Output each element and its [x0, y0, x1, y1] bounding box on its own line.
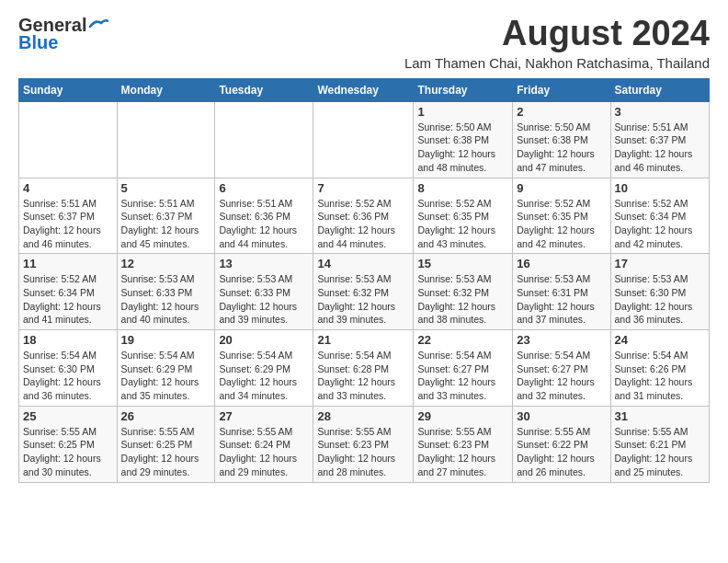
- calendar-week-5: 25Sunrise: 5:55 AM Sunset: 6:25 PM Dayli…: [19, 406, 710, 482]
- calendar-cell: 25Sunrise: 5:55 AM Sunset: 6:25 PM Dayli…: [19, 406, 118, 482]
- calendar-cell: 15Sunrise: 5:53 AM Sunset: 6:32 PM Dayli…: [414, 254, 513, 330]
- day-number: 31: [615, 409, 705, 423]
- day-info: Sunrise: 5:55 AM Sunset: 6:25 PM Dayligh…: [23, 425, 113, 479]
- day-info: Sunrise: 5:51 AM Sunset: 6:37 PM Dayligh…: [615, 121, 705, 175]
- day-info: Sunrise: 5:52 AM Sunset: 6:34 PM Dayligh…: [23, 272, 113, 327]
- day-info: Sunrise: 5:53 AM Sunset: 6:31 PM Dayligh…: [517, 272, 606, 327]
- calendar-cell: 27Sunrise: 5:55 AM Sunset: 6:24 PM Dayli…: [215, 406, 313, 482]
- day-info: Sunrise: 5:53 AM Sunset: 6:32 PM Dayligh…: [317, 272, 409, 327]
- weekday-header-friday: Friday: [513, 78, 610, 101]
- weekday-header-tuesday: Tuesday: [215, 78, 313, 101]
- day-info: Sunrise: 5:52 AM Sunset: 6:35 PM Dayligh…: [417, 197, 508, 251]
- calendar-week-2: 4Sunrise: 5:51 AM Sunset: 6:37 PM Daylig…: [19, 178, 710, 254]
- calendar-cell: 7Sunrise: 5:52 AM Sunset: 6:36 PM Daylig…: [313, 178, 414, 254]
- day-info: Sunrise: 5:51 AM Sunset: 6:37 PM Dayligh…: [23, 197, 113, 251]
- day-info: Sunrise: 5:55 AM Sunset: 6:21 PM Dayligh…: [615, 425, 705, 479]
- day-number: 10: [615, 181, 705, 195]
- calendar-cell: 16Sunrise: 5:53 AM Sunset: 6:31 PM Dayli…: [513, 254, 610, 330]
- day-info: Sunrise: 5:54 AM Sunset: 6:26 PM Dayligh…: [615, 349, 705, 403]
- calendar-body: 1Sunrise: 5:50 AM Sunset: 6:38 PM Daylig…: [19, 101, 710, 482]
- calendar-cell: 1Sunrise: 5:50 AM Sunset: 6:38 PM Daylig…: [414, 101, 513, 178]
- sub-title: Lam Thamen Chai, Nakhon Ratchasima, Thai…: [404, 55, 710, 71]
- main-title: August 2024: [404, 15, 710, 53]
- calendar-cell: 21Sunrise: 5:54 AM Sunset: 6:28 PM Dayli…: [313, 330, 414, 407]
- day-number: 2: [517, 105, 606, 119]
- calendar-cell: 26Sunrise: 5:55 AM Sunset: 6:25 PM Dayli…: [117, 406, 215, 482]
- day-info: Sunrise: 5:55 AM Sunset: 6:23 PM Dayligh…: [317, 425, 409, 479]
- day-number: 20: [219, 333, 309, 347]
- calendar-cell: 11Sunrise: 5:52 AM Sunset: 6:34 PM Dayli…: [19, 254, 118, 330]
- day-number: 30: [517, 409, 606, 423]
- day-number: 21: [317, 333, 409, 347]
- day-info: Sunrise: 5:53 AM Sunset: 6:32 PM Dayligh…: [417, 272, 508, 327]
- weekday-header-saturday: Saturday: [610, 78, 709, 101]
- calendar-cell: 3Sunrise: 5:51 AM Sunset: 6:37 PM Daylig…: [610, 101, 709, 178]
- day-number: 14: [317, 257, 409, 270]
- day-info: Sunrise: 5:54 AM Sunset: 6:28 PM Dayligh…: [317, 349, 409, 403]
- day-info: Sunrise: 5:55 AM Sunset: 6:23 PM Dayligh…: [417, 425, 508, 479]
- calendar-cell: 24Sunrise: 5:54 AM Sunset: 6:26 PM Dayli…: [610, 330, 709, 407]
- day-info: Sunrise: 5:54 AM Sunset: 6:29 PM Dayligh…: [121, 349, 211, 403]
- calendar-cell: 6Sunrise: 5:51 AM Sunset: 6:36 PM Daylig…: [215, 178, 313, 254]
- day-info: Sunrise: 5:54 AM Sunset: 6:27 PM Dayligh…: [417, 349, 508, 403]
- calendar-cell: 28Sunrise: 5:55 AM Sunset: 6:23 PM Dayli…: [313, 406, 414, 482]
- calendar-cell: 2Sunrise: 5:50 AM Sunset: 6:38 PM Daylig…: [513, 101, 610, 178]
- calendar-cell: 14Sunrise: 5:53 AM Sunset: 6:32 PM Dayli…: [313, 254, 414, 330]
- day-number: 26: [121, 409, 211, 423]
- calendar-cell: [313, 101, 414, 178]
- day-info: Sunrise: 5:54 AM Sunset: 6:29 PM Dayligh…: [219, 349, 309, 403]
- title-block: August 2024 Lam Thamen Chai, Nakhon Ratc…: [404, 15, 710, 71]
- calendar-cell: [19, 101, 118, 178]
- day-number: 15: [417, 257, 508, 270]
- day-number: 1: [417, 105, 508, 119]
- day-info: Sunrise: 5:51 AM Sunset: 6:37 PM Dayligh…: [121, 197, 211, 251]
- calendar-cell: 20Sunrise: 5:54 AM Sunset: 6:29 PM Dayli…: [215, 330, 313, 407]
- day-number: 19: [121, 333, 211, 347]
- day-number: 13: [219, 257, 309, 270]
- day-info: Sunrise: 5:52 AM Sunset: 6:35 PM Dayligh…: [517, 197, 606, 251]
- day-number: 12: [121, 257, 211, 270]
- day-number: 17: [615, 257, 705, 270]
- days-of-week-row: SundayMondayTuesdayWednesdayThursdayFrid…: [19, 78, 710, 101]
- day-number: 22: [417, 333, 508, 347]
- calendar-cell: 23Sunrise: 5:54 AM Sunset: 6:27 PM Dayli…: [513, 330, 610, 407]
- logo-bird-icon: [88, 17, 108, 30]
- day-info: Sunrise: 5:50 AM Sunset: 6:38 PM Dayligh…: [417, 121, 508, 175]
- calendar-cell: 10Sunrise: 5:52 AM Sunset: 6:34 PM Dayli…: [610, 178, 709, 254]
- calendar-cell: 17Sunrise: 5:53 AM Sunset: 6:30 PM Dayli…: [610, 254, 709, 330]
- calendar-cell: 4Sunrise: 5:51 AM Sunset: 6:37 PM Daylig…: [19, 178, 118, 254]
- calendar-cell: 13Sunrise: 5:53 AM Sunset: 6:33 PM Dayli…: [215, 254, 313, 330]
- day-number: 6: [219, 181, 309, 195]
- day-info: Sunrise: 5:51 AM Sunset: 6:36 PM Dayligh…: [219, 197, 309, 251]
- day-info: Sunrise: 5:55 AM Sunset: 6:24 PM Dayligh…: [219, 425, 309, 479]
- day-number: 4: [23, 181, 113, 195]
- calendar-cell: 22Sunrise: 5:54 AM Sunset: 6:27 PM Dayli…: [414, 330, 513, 407]
- day-number: 3: [615, 105, 705, 119]
- calendar-table: SundayMondayTuesdayWednesdayThursdayFrid…: [18, 78, 710, 483]
- day-number: 28: [317, 409, 409, 423]
- weekday-header-wednesday: Wednesday: [313, 78, 414, 101]
- day-number: 7: [317, 181, 409, 195]
- calendar-cell: 19Sunrise: 5:54 AM Sunset: 6:29 PM Dayli…: [117, 330, 215, 407]
- day-info: Sunrise: 5:50 AM Sunset: 6:38 PM Dayligh…: [517, 121, 606, 175]
- weekday-header-sunday: Sunday: [19, 78, 118, 101]
- day-info: Sunrise: 5:53 AM Sunset: 6:33 PM Dayligh…: [219, 272, 309, 327]
- day-number: 27: [219, 409, 309, 423]
- weekday-header-thursday: Thursday: [414, 78, 513, 101]
- day-number: 8: [417, 181, 508, 195]
- weekday-header-monday: Monday: [117, 78, 215, 101]
- calendar-cell: 5Sunrise: 5:51 AM Sunset: 6:37 PM Daylig…: [117, 178, 215, 254]
- calendar-header: SundayMondayTuesdayWednesdayThursdayFrid…: [19, 78, 710, 101]
- calendar-cell: 8Sunrise: 5:52 AM Sunset: 6:35 PM Daylig…: [414, 178, 513, 254]
- day-info: Sunrise: 5:52 AM Sunset: 6:34 PM Dayligh…: [615, 197, 705, 251]
- calendar-cell: 18Sunrise: 5:54 AM Sunset: 6:30 PM Dayli…: [19, 330, 118, 407]
- calendar-cell: 31Sunrise: 5:55 AM Sunset: 6:21 PM Dayli…: [610, 406, 709, 482]
- day-number: 23: [517, 333, 606, 347]
- logo: General Blue: [18, 15, 108, 53]
- calendar-cell: 29Sunrise: 5:55 AM Sunset: 6:23 PM Dayli…: [414, 406, 513, 482]
- day-number: 9: [517, 181, 606, 195]
- calendar-cell: [215, 101, 313, 178]
- day-number: 16: [517, 257, 606, 270]
- day-number: 5: [121, 181, 211, 195]
- calendar-cell: 30Sunrise: 5:55 AM Sunset: 6:22 PM Dayli…: [513, 406, 610, 482]
